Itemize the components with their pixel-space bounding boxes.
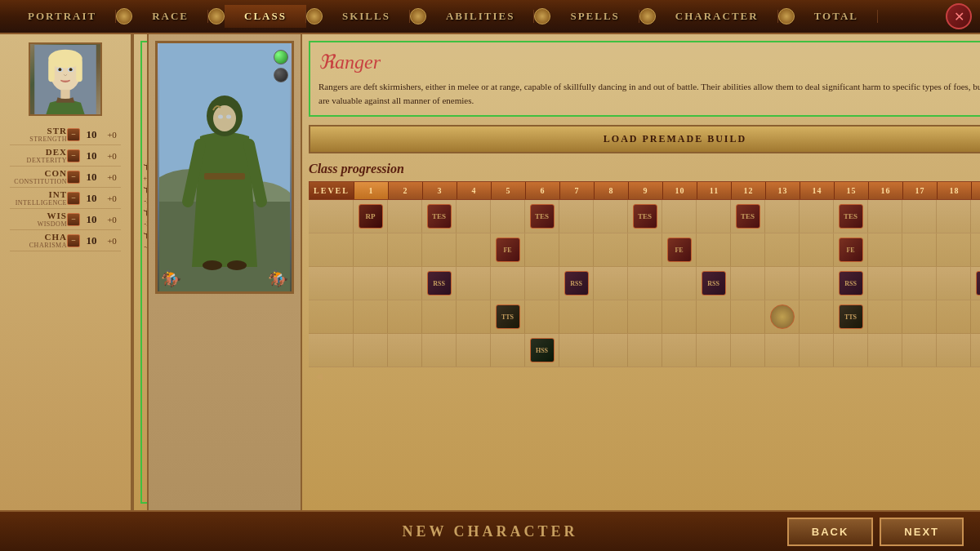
class-description-title: ℜanger bbox=[318, 51, 980, 73]
prog-r5-l2 bbox=[388, 334, 422, 367]
prog-r4-l14 bbox=[800, 300, 834, 333]
right-panel: ℜanger Rangers are deft skirmishers, eit… bbox=[302, 34, 980, 510]
nav-skills[interactable]: SKILLS bbox=[323, 5, 410, 28]
level-10-header[interactable]: 10 bbox=[663, 182, 697, 199]
nav-character[interactable]: CHARACTER bbox=[656, 5, 778, 28]
prog-r2-l14 bbox=[800, 233, 834, 266]
nav-sep-2 bbox=[208, 8, 225, 24]
stat-wis-mod: +0 bbox=[103, 215, 121, 224]
prog-r5-l11 bbox=[697, 334, 731, 367]
nav-sep-4 bbox=[410, 8, 426, 24]
stat-int-decrease[interactable]: − bbox=[67, 192, 80, 205]
level-16-header[interactable]: 16 bbox=[869, 182, 903, 199]
prog-r3-l15: RSS bbox=[834, 267, 868, 300]
prog-r2-l4 bbox=[457, 233, 491, 266]
prog-r1-l11 bbox=[697, 200, 731, 233]
level-19-header[interactable]: 19 bbox=[972, 182, 980, 199]
prog-scroll-left[interactable]: ◀ bbox=[309, 369, 329, 384]
prog-r1-l5 bbox=[491, 200, 525, 233]
prog-r3-l9 bbox=[628, 267, 662, 300]
nav-total[interactable]: TOTAL bbox=[795, 5, 878, 28]
prog-r2-l9 bbox=[628, 233, 662, 266]
prog-tes-15: TES bbox=[839, 204, 863, 229]
nav-class[interactable]: CLASS bbox=[225, 5, 306, 28]
prog-r1-l13 bbox=[765, 200, 800, 233]
prog-r4-l19 bbox=[971, 300, 980, 333]
prog-row3-label bbox=[309, 267, 354, 300]
progression-title: Class progression bbox=[309, 162, 980, 176]
stat-dex-mod: +0 bbox=[103, 151, 121, 161]
level-6-header[interactable]: 6 bbox=[526, 182, 560, 199]
orb-mana bbox=[274, 68, 288, 82]
nav-items: PORTRAIT RACE CLASS SKILLS ABILITIES SPE… bbox=[8, 5, 946, 28]
prog-r5-l1 bbox=[354, 334, 388, 367]
prog-rss-11: RSS bbox=[702, 271, 726, 295]
level-14-header[interactable]: 14 bbox=[800, 182, 835, 199]
class-description-box: ℜanger Rangers are deft skirmishers, eit… bbox=[309, 41, 980, 117]
stat-con-decrease[interactable]: − bbox=[67, 171, 80, 184]
prog-r1-l12: TES bbox=[731, 200, 765, 233]
bab-4: 🗡 -4 bbox=[141, 229, 149, 251]
stats-panel: STR STRENGTH − 10 +0 DEX DEXTERITY − 10 … bbox=[0, 34, 132, 510]
level-7-header[interactable]: 7 bbox=[560, 182, 595, 199]
nav-abilities[interactable]: ABILITIES bbox=[426, 5, 534, 28]
stat-int-abbr: INT bbox=[10, 189, 67, 199]
svg-point-20 bbox=[227, 260, 247, 270]
bab-icon-1: 🗡 bbox=[141, 161, 149, 174]
svg-point-17 bbox=[226, 115, 231, 119]
stat-wis-decrease[interactable]: − bbox=[67, 213, 80, 226]
prog-r3-l13 bbox=[765, 267, 800, 300]
stat-wis-full: WISDOM bbox=[10, 220, 67, 228]
class-initial: ℜ bbox=[318, 51, 335, 73]
stat-con-full: CONSTITUTION bbox=[10, 178, 67, 185]
prog-tts-15: TTS bbox=[839, 304, 863, 329]
stat-con-abbr: CON bbox=[10, 168, 67, 178]
prog-r1-l8 bbox=[594, 200, 628, 233]
level-9-header[interactable]: 9 bbox=[629, 182, 663, 199]
nav-race[interactable]: RACE bbox=[132, 5, 208, 28]
deco-left: 🏇 bbox=[161, 269, 181, 288]
level-17-header[interactable]: 17 bbox=[903, 182, 938, 199]
nav-spells[interactable]: SPELLS bbox=[550, 5, 639, 28]
prog-r5-l4 bbox=[457, 334, 491, 367]
stat-cha-decrease[interactable]: − bbox=[67, 234, 80, 247]
level-8-header[interactable]: 8 bbox=[595, 182, 629, 199]
prog-r3-l17 bbox=[902, 267, 937, 300]
prog-r1-l14 bbox=[800, 200, 834, 233]
prog-rp-1: RP bbox=[359, 204, 383, 229]
bab-value-4: -4 bbox=[144, 242, 149, 251]
prog-r4-l13 bbox=[765, 300, 800, 333]
prog-rss-19: RSS bbox=[976, 271, 981, 295]
level-11-header[interactable]: 11 bbox=[697, 182, 732, 199]
stat-str-mod: +0 bbox=[103, 130, 121, 140]
stat-dex-decrease[interactable]: − bbox=[67, 149, 80, 162]
stat-cha-full: CHARISMA bbox=[10, 242, 67, 249]
bottom-title: NEW CHARACTER bbox=[332, 523, 648, 540]
level-12-header[interactable]: 12 bbox=[732, 182, 766, 199]
back-button[interactable]: BACK bbox=[787, 518, 874, 546]
prog-r2-l3 bbox=[422, 233, 457, 266]
prog-r2-l7 bbox=[559, 233, 594, 266]
level-5-header[interactable]: 5 bbox=[492, 182, 526, 199]
next-button[interactable]: NEXT bbox=[880, 518, 964, 546]
stat-str-decrease[interactable]: − bbox=[67, 128, 80, 141]
stat-dex-value: 10 bbox=[82, 149, 100, 162]
fortitude-label: FORTITUDE bbox=[147, 72, 149, 80]
load-premade-button[interactable]: LOAD PREMADE BUILD bbox=[309, 125, 980, 153]
level-15-header[interactable]: 15 bbox=[835, 182, 869, 199]
level-2-header[interactable]: 2 bbox=[389, 182, 423, 199]
nav-sep-1 bbox=[116, 8, 132, 24]
level-4-header[interactable]: 4 bbox=[457, 182, 492, 199]
nav-portrait[interactable]: PORTRAIT bbox=[8, 5, 116, 28]
level-1-header[interactable]: 1 bbox=[354, 182, 389, 199]
prog-r2-l17 bbox=[902, 233, 937, 266]
close-button[interactable]: ✕ bbox=[946, 3, 972, 29]
prog-r5-l18 bbox=[937, 334, 971, 367]
stat-int-value: 10 bbox=[82, 192, 100, 205]
level-13-header[interactable]: 13 bbox=[766, 182, 800, 199]
prog-r3-l2 bbox=[388, 267, 422, 300]
level-18-header[interactable]: 18 bbox=[938, 182, 972, 199]
class-info-border: SAVING THROW FORTITUDE 🛡 2 WILL 🛡 0 REFL… bbox=[140, 41, 149, 504]
level-3-header[interactable]: 3 bbox=[423, 182, 457, 199]
prog-r3-l14 bbox=[800, 267, 834, 300]
